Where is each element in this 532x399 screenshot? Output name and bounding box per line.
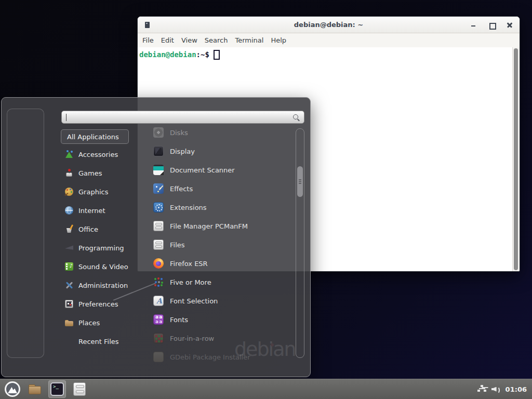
favorite-terminal[interactable]: [17, 201, 34, 217]
category-games[interactable]: Games: [61, 164, 140, 182]
category-list: Accessories Games Graphics Internet Offi…: [61, 145, 140, 351]
app-effects[interactable]: Effects: [146, 179, 294, 198]
category-sound-video[interactable]: Sound & Video: [61, 257, 140, 276]
games-icon: [65, 169, 73, 177]
app-list-scrollbar-thumb[interactable]: [297, 166, 303, 197]
terminal-icon: [50, 382, 64, 396]
favorite-pidgin[interactable]: [17, 174, 34, 190]
category-recent-files[interactable]: Recent Files: [61, 332, 140, 351]
app-display[interactable]: Display: [146, 142, 294, 161]
terminal-menu-file[interactable]: File: [139, 34, 157, 46]
terminal-titlebar[interactable]: debian@debian: ~: [138, 17, 520, 33]
terminal-menubar: FileEditViewSearchTerminalHelp: [138, 33, 520, 47]
app-font-selection[interactable]: Font Selection: [146, 291, 294, 310]
fontselection-icon: [153, 296, 164, 306]
search-box: [61, 111, 304, 124]
minimize-button[interactable]: [470, 21, 477, 29]
search-icon: [292, 114, 300, 122]
app-firefox-esr[interactable]: Firefox ESR: [146, 254, 294, 273]
terminal-menu-search[interactable]: Search: [201, 34, 232, 46]
office-icon: [65, 225, 73, 233]
category-internet[interactable]: Internet: [61, 201, 140, 220]
folder-icon: [28, 382, 42, 396]
application-list: Disks Display Document Scanner Effects E…: [146, 123, 294, 366]
app-document-scanner[interactable]: Document Scanner: [146, 161, 294, 179]
favorite-keyboard[interactable]: [17, 147, 34, 163]
accessories-icon: [65, 150, 73, 158]
docscanner-icon: [153, 165, 164, 175]
display-icon: [153, 146, 164, 156]
category-graphics[interactable]: Graphics: [61, 182, 140, 201]
app-fonts[interactable]: Fonts: [146, 310, 294, 329]
terminal-menu-view[interactable]: View: [178, 34, 201, 46]
fourinarow-icon: [153, 333, 164, 343]
app-four-in-a-row[interactable]: Four-in-a-row: [146, 329, 294, 348]
app-extensions[interactable]: Extensions: [146, 198, 294, 217]
app-disks[interactable]: Disks: [146, 123, 294, 142]
fiveormore-icon: [153, 277, 164, 287]
extensions-icon: [153, 202, 164, 212]
fonts-icon: [153, 314, 164, 325]
all-applications-button[interactable]: All Applications: [61, 129, 129, 144]
administration-icon: [65, 281, 73, 289]
start-menu: All Applications Accessories Games Graph…: [1, 97, 311, 377]
menu-icon: [5, 381, 20, 397]
programming-icon: [65, 244, 73, 252]
app-list-scrollbar[interactable]: [296, 128, 304, 358]
app-file-manager-pcmanfm[interactable]: File Manager PCManFM: [146, 217, 294, 235]
internet-icon: [65, 206, 73, 215]
network-tray-icon[interactable]: [477, 385, 487, 393]
favorites-group: [17, 119, 34, 244]
favorite-file-manager[interactable]: [17, 228, 34, 244]
file-manager-launcher[interactable]: [26, 380, 44, 398]
category-places[interactable]: Places: [61, 313, 140, 332]
maximize-button[interactable]: [488, 21, 495, 29]
cabinet-icon: [153, 240, 164, 250]
terminal-task-button[interactable]: [48, 380, 66, 398]
graphics-icon: [65, 188, 73, 196]
terminal-cursor: [214, 50, 220, 60]
taskbar-clock[interactable]: 01:06: [506, 385, 527, 393]
category-administration[interactable]: Administration: [61, 276, 140, 295]
favorites-panel: [7, 109, 44, 358]
category-accessories[interactable]: Accessories: [61, 145, 140, 164]
system-tray: 01:06: [477, 385, 528, 393]
category-programming[interactable]: Programming: [61, 238, 140, 257]
category-office[interactable]: Office: [61, 220, 140, 238]
logout-button[interactable]: [17, 303, 34, 320]
soundvideo-icon: [65, 262, 73, 271]
terminal-menu-help[interactable]: Help: [267, 34, 290, 46]
preferences-icon: [65, 300, 73, 308]
cabinet-icon: [153, 221, 164, 231]
app-gdebi-package-installer[interactable]: GDebi Package Installer: [146, 348, 294, 366]
shutdown-button[interactable]: [17, 330, 34, 347]
terminal-window-title: debian@debian: ~: [138, 17, 520, 33]
terminal-menu-edit[interactable]: Edit: [157, 34, 178, 46]
app-five-or-more[interactable]: Five or More: [146, 273, 294, 291]
terminal-scrollbar[interactable]: [512, 47, 520, 271]
session-group: [17, 276, 34, 347]
category-preferences[interactable]: Preferences: [61, 295, 140, 313]
app-files[interactable]: Files: [146, 235, 294, 254]
terminal-scrollbar-thumb[interactable]: [514, 48, 518, 270]
places-icon: [65, 318, 73, 327]
favorite-firefox[interactable]: [17, 119, 34, 136]
search-input[interactable]: [62, 111, 304, 123]
prompt-path: :~$: [196, 50, 209, 59]
taskbar-launchers: [4, 380, 88, 398]
terminal-prompt: debian@debian:~$: [139, 50, 220, 60]
start-menu-button[interactable]: [4, 380, 21, 398]
disks-icon: [153, 127, 164, 138]
firefox-icon: [153, 258, 164, 269]
terminal-menu-terminal[interactable]: Terminal: [231, 34, 267, 46]
lock-screen-button[interactable]: [17, 276, 34, 293]
effects-icon: [153, 183, 164, 194]
close-button[interactable]: [506, 21, 513, 29]
cabinet-icon: [73, 382, 86, 396]
gdebi-icon: [153, 352, 164, 362]
volume-tray-icon[interactable]: [491, 385, 501, 393]
search-caret: [66, 114, 66, 121]
desktop: { "desktop": { "watermark": "debian" }, …: [0, 0, 532, 399]
no-icon: [65, 337, 73, 345]
files-launcher[interactable]: [71, 380, 88, 398]
